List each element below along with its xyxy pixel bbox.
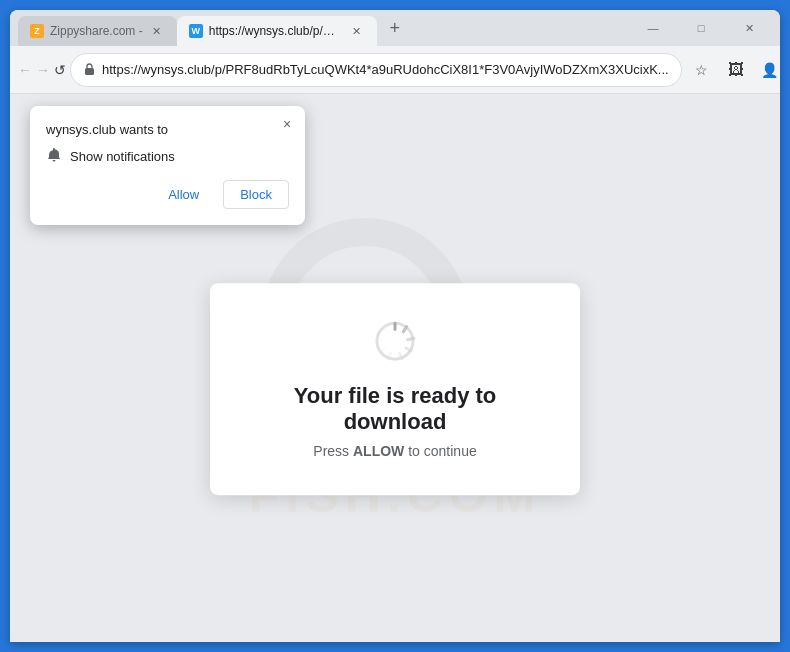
- bookmark-button[interactable]: ☆: [686, 54, 718, 86]
- lock-icon: [83, 62, 96, 78]
- page-content: PC FISH.COM × wynsys.club wants to Show …: [10, 94, 780, 642]
- bell-icon: [46, 147, 62, 166]
- tab-close-wynsys[interactable]: ✕: [349, 23, 365, 39]
- address-text: https://wynsys.club/p/PRF8udRbTyLcuQWKt4…: [102, 62, 669, 77]
- popup-notification-row: Show notifications: [46, 147, 289, 166]
- svg-line-12: [376, 338, 382, 340]
- back-button[interactable]: ←: [18, 54, 32, 86]
- allow-button[interactable]: Allow: [152, 180, 215, 209]
- minimize-button[interactable]: —: [630, 13, 676, 43]
- spinner-container: [258, 319, 532, 363]
- forward-button[interactable]: →: [36, 54, 50, 86]
- nav-bar: ← → ↺ https://wynsys.club/p/PRF8udRbTyLc…: [10, 46, 780, 94]
- window-controls: — □ ✕: [630, 13, 780, 43]
- loading-spinner: [373, 319, 417, 363]
- tab-close-zippyshare[interactable]: ✕: [149, 23, 165, 39]
- screenshot-button[interactable]: 🖼: [720, 54, 752, 86]
- download-card: Your file is ready to download Press ALL…: [210, 283, 580, 495]
- close-button[interactable]: ✕: [726, 13, 772, 43]
- permission-popup: × wynsys.club wants to Show notification…: [30, 106, 305, 225]
- tab-zippyshare[interactable]: Z Zippyshare.com - ✕: [18, 16, 177, 46]
- tab-label-zippyshare: Zippyshare.com -: [50, 24, 143, 38]
- address-bar[interactable]: https://wynsys.club/p/PRF8udRbTyLcuQWKt4…: [70, 53, 682, 87]
- subtitle-pre: Press: [313, 443, 353, 459]
- download-title: Your file is ready to download: [258, 383, 532, 435]
- title-bar: Z Zippyshare.com - ✕ W https://wynsys.cl…: [10, 10, 780, 46]
- popup-close-button[interactable]: ×: [277, 114, 297, 134]
- nav-right-icons: ☆ 🖼 👤 ⋮: [686, 54, 790, 86]
- svg-line-7: [408, 338, 414, 340]
- tabs-area: Z Zippyshare.com - ✕ W https://wynsys.cl…: [10, 10, 630, 46]
- notification-label: Show notifications: [70, 149, 175, 164]
- reload-button[interactable]: ↺: [54, 54, 66, 86]
- account-button[interactable]: 👤: [754, 54, 786, 86]
- browser-window: Z Zippyshare.com - ✕ W https://wynsys.cl…: [10, 10, 780, 642]
- tab-wynsys[interactable]: W https://wynsys.club/p/PRF8udRb ✕: [177, 16, 377, 46]
- block-button[interactable]: Block: [223, 180, 289, 209]
- tab-favicon-zippyshare: Z: [30, 24, 44, 38]
- subtitle-post: to continue: [404, 443, 476, 459]
- popup-buttons: Allow Block: [46, 180, 289, 209]
- popup-title: wynsys.club wants to: [46, 122, 289, 137]
- maximize-button[interactable]: □: [678, 13, 724, 43]
- svg-line-13: [383, 327, 386, 332]
- new-tab-button[interactable]: +: [381, 14, 409, 42]
- download-subtitle: Press ALLOW to continue: [258, 443, 532, 459]
- svg-rect-0: [85, 68, 94, 75]
- tab-label-wynsys: https://wynsys.club/p/PRF8udRb: [209, 24, 343, 38]
- tab-favicon-wynsys: W: [189, 24, 203, 38]
- svg-line-6: [403, 327, 406, 332]
- subtitle-allow: ALLOW: [353, 443, 404, 459]
